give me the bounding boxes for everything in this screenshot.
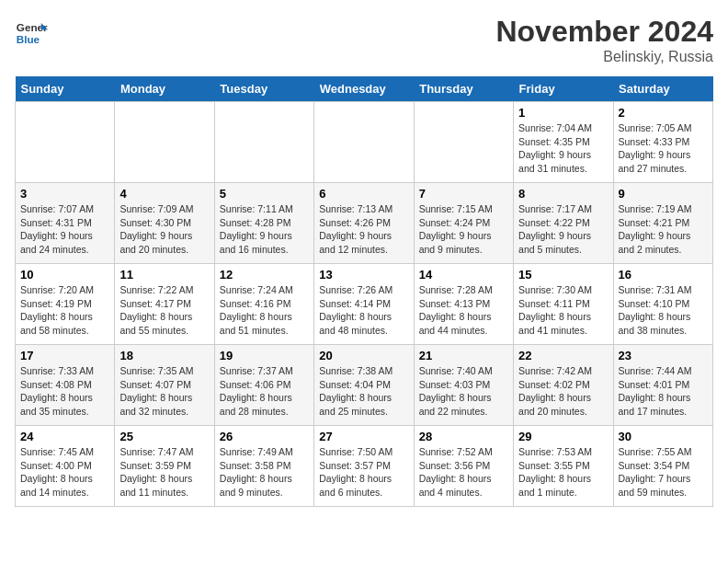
day-cell: 1Sunrise: 7:04 AM Sunset: 4:35 PM Daylig…	[514, 102, 613, 183]
day-info: Sunrise: 7:42 AM Sunset: 4:02 PM Dayligh…	[518, 364, 608, 419]
day-cell: 2Sunrise: 7:05 AM Sunset: 4:33 PM Daylig…	[613, 102, 712, 183]
day-number: 8	[518, 187, 608, 201]
day-number: 21	[419, 349, 508, 362]
location-title: Belinskiy, Russia	[495, 49, 713, 65]
day-cell: 19Sunrise: 7:37 AM Sunset: 4:06 PM Dayli…	[214, 345, 313, 426]
day-cell: 23Sunrise: 7:44 AM Sunset: 4:01 PM Dayli…	[613, 345, 712, 426]
day-cell: 4Sunrise: 7:09 AM Sunset: 4:30 PM Daylig…	[115, 183, 214, 264]
day-info: Sunrise: 7:53 AM Sunset: 3:55 PM Dayligh…	[518, 445, 608, 500]
header-cell-sunday: Sunday	[16, 76, 115, 102]
day-cell: 5Sunrise: 7:11 AM Sunset: 4:28 PM Daylig…	[214, 183, 313, 264]
day-info: Sunrise: 7:38 AM Sunset: 4:04 PM Dayligh…	[319, 364, 408, 419]
day-cell: 18Sunrise: 7:35 AM Sunset: 4:07 PM Dayli…	[115, 345, 214, 426]
day-cell: 26Sunrise: 7:49 AM Sunset: 3:58 PM Dayli…	[214, 426, 313, 507]
header-cell-saturday: Saturday	[613, 76, 712, 102]
day-info: Sunrise: 7:05 AM Sunset: 4:33 PM Dayligh…	[619, 121, 708, 176]
day-info: Sunrise: 7:07 AM Sunset: 4:31 PM Dayligh…	[20, 202, 109, 257]
day-cell: 25Sunrise: 7:47 AM Sunset: 3:59 PM Dayli…	[115, 426, 214, 507]
day-cell: 20Sunrise: 7:38 AM Sunset: 4:04 PM Dayli…	[314, 345, 414, 426]
day-number: 26	[220, 430, 309, 443]
day-number: 17	[20, 349, 109, 362]
day-number: 5	[220, 187, 309, 201]
day-info: Sunrise: 7:31 AM Sunset: 4:10 PM Dayligh…	[619, 283, 708, 338]
day-number: 13	[319, 268, 408, 282]
day-cell	[414, 102, 513, 183]
logo-icon: General Blue	[15, 15, 48, 48]
day-cell: 14Sunrise: 7:28 AM Sunset: 4:13 PM Dayli…	[414, 264, 513, 345]
day-info: Sunrise: 7:22 AM Sunset: 4:17 PM Dayligh…	[119, 283, 209, 338]
day-info: Sunrise: 7:04 AM Sunset: 4:35 PM Dayligh…	[518, 121, 608, 176]
day-info: Sunrise: 7:13 AM Sunset: 4:26 PM Dayligh…	[319, 202, 408, 257]
day-cell: 8Sunrise: 7:17 AM Sunset: 4:22 PM Daylig…	[514, 183, 613, 264]
day-info: Sunrise: 7:30 AM Sunset: 4:11 PM Dayligh…	[518, 283, 608, 338]
day-number: 19	[220, 349, 309, 362]
week-row-2: 3Sunrise: 7:07 AM Sunset: 4:31 PM Daylig…	[16, 183, 713, 264]
day-number: 24	[20, 430, 109, 443]
header-cell-friday: Friday	[514, 76, 613, 102]
day-info: Sunrise: 7:47 AM Sunset: 3:59 PM Dayligh…	[119, 445, 209, 500]
calendar-body: 1Sunrise: 7:04 AM Sunset: 4:35 PM Daylig…	[16, 102, 713, 507]
day-cell: 11Sunrise: 7:22 AM Sunset: 4:17 PM Dayli…	[115, 264, 214, 345]
day-number: 28	[419, 430, 508, 443]
week-row-4: 17Sunrise: 7:33 AM Sunset: 4:08 PM Dayli…	[16, 345, 713, 426]
day-number: 16	[619, 268, 708, 282]
day-info: Sunrise: 7:52 AM Sunset: 3:56 PM Dayligh…	[419, 445, 508, 500]
logo: General Blue	[15, 15, 48, 48]
header-cell-thursday: Thursday	[414, 76, 513, 102]
day-number: 18	[119, 349, 209, 362]
day-cell	[16, 102, 115, 183]
day-number: 6	[319, 187, 408, 201]
day-cell: 13Sunrise: 7:26 AM Sunset: 4:14 PM Dayli…	[314, 264, 414, 345]
week-row-1: 1Sunrise: 7:04 AM Sunset: 4:35 PM Daylig…	[16, 102, 713, 183]
day-number: 9	[619, 187, 708, 201]
day-cell	[214, 102, 313, 183]
day-info: Sunrise: 7:26 AM Sunset: 4:14 PM Dayligh…	[319, 283, 408, 338]
header-cell-tuesday: Tuesday	[214, 76, 313, 102]
day-number: 27	[319, 430, 408, 443]
day-number: 15	[518, 268, 608, 282]
day-number: 20	[319, 349, 408, 362]
day-number: 7	[419, 187, 508, 201]
day-number: 30	[619, 430, 708, 443]
day-info: Sunrise: 7:50 AM Sunset: 3:57 PM Dayligh…	[319, 445, 408, 500]
day-info: Sunrise: 7:37 AM Sunset: 4:06 PM Dayligh…	[220, 364, 309, 419]
day-cell: 17Sunrise: 7:33 AM Sunset: 4:08 PM Dayli…	[16, 345, 115, 426]
header-cell-wednesday: Wednesday	[314, 76, 414, 102]
header-cell-monday: Monday	[115, 76, 214, 102]
day-info: Sunrise: 7:20 AM Sunset: 4:19 PM Dayligh…	[20, 283, 109, 338]
day-number: 3	[20, 187, 109, 201]
day-cell: 28Sunrise: 7:52 AM Sunset: 3:56 PM Dayli…	[414, 426, 513, 507]
calendar-table: SundayMondayTuesdayWednesdayThursdayFrid…	[15, 76, 713, 507]
day-cell: 21Sunrise: 7:40 AM Sunset: 4:03 PM Dayli…	[414, 345, 513, 426]
day-cell: 16Sunrise: 7:31 AM Sunset: 4:10 PM Dayli…	[613, 264, 712, 345]
calendar-header: SundayMondayTuesdayWednesdayThursdayFrid…	[16, 76, 713, 102]
week-row-3: 10Sunrise: 7:20 AM Sunset: 4:19 PM Dayli…	[16, 264, 713, 345]
day-cell: 30Sunrise: 7:55 AM Sunset: 3:54 PM Dayli…	[613, 426, 712, 507]
day-cell: 15Sunrise: 7:30 AM Sunset: 4:11 PM Dayli…	[514, 264, 613, 345]
day-info: Sunrise: 7:11 AM Sunset: 4:28 PM Dayligh…	[220, 202, 309, 257]
svg-text:Blue: Blue	[17, 33, 40, 45]
day-cell: 29Sunrise: 7:53 AM Sunset: 3:55 PM Dayli…	[514, 426, 613, 507]
day-info: Sunrise: 7:40 AM Sunset: 4:03 PM Dayligh…	[419, 364, 508, 419]
day-info: Sunrise: 7:44 AM Sunset: 4:01 PM Dayligh…	[619, 364, 708, 419]
day-cell	[314, 102, 414, 183]
week-row-5: 24Sunrise: 7:45 AM Sunset: 4:00 PM Dayli…	[16, 426, 713, 507]
day-cell: 3Sunrise: 7:07 AM Sunset: 4:31 PM Daylig…	[16, 183, 115, 264]
day-cell: 7Sunrise: 7:15 AM Sunset: 4:24 PM Daylig…	[414, 183, 513, 264]
day-info: Sunrise: 7:45 AM Sunset: 4:00 PM Dayligh…	[20, 445, 109, 500]
day-number: 12	[220, 268, 309, 282]
day-number: 4	[119, 187, 209, 201]
day-number: 29	[518, 430, 608, 443]
header-row: SundayMondayTuesdayWednesdayThursdayFrid…	[16, 76, 713, 102]
day-cell: 24Sunrise: 7:45 AM Sunset: 4:00 PM Dayli…	[16, 426, 115, 507]
day-info: Sunrise: 7:17 AM Sunset: 4:22 PM Dayligh…	[518, 202, 608, 257]
day-number: 2	[619, 106, 708, 120]
day-number: 11	[119, 268, 209, 282]
day-cell	[115, 102, 214, 183]
month-title: November 2024	[495, 15, 713, 49]
day-number: 23	[619, 349, 708, 362]
day-cell: 10Sunrise: 7:20 AM Sunset: 4:19 PM Dayli…	[16, 264, 115, 345]
day-cell: 6Sunrise: 7:13 AM Sunset: 4:26 PM Daylig…	[314, 183, 414, 264]
title-area: November 2024 Belinskiy, Russia	[495, 15, 713, 65]
day-cell: 27Sunrise: 7:50 AM Sunset: 3:57 PM Dayli…	[314, 426, 414, 507]
